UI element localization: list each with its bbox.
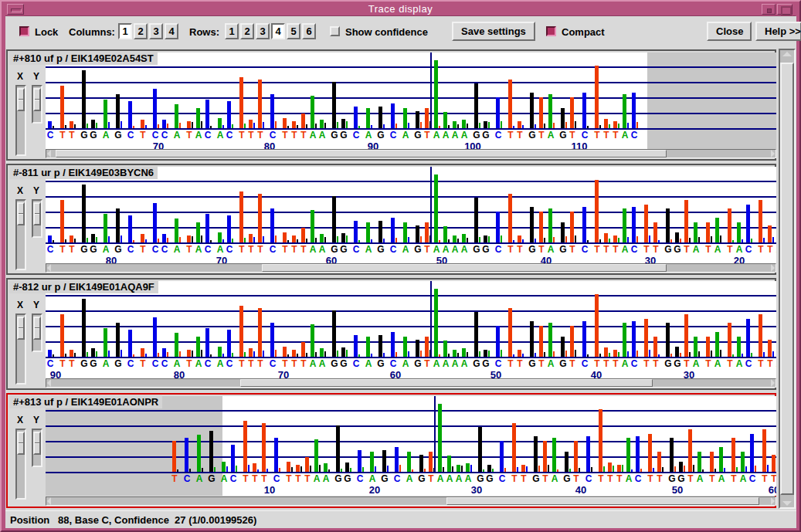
compact-checkbox[interactable] xyxy=(546,26,556,36)
x-scale-slider[interactable] xyxy=(15,199,26,270)
slider-thumb[interactable] xyxy=(33,317,41,340)
trace-hscrollbar[interactable] xyxy=(46,263,776,273)
trace-view[interactable]: CTTGGAGCTCCATACACTTTCTTTAAGGCAGCAGTAAAAG… xyxy=(46,167,776,266)
scroll-right-icon[interactable] xyxy=(771,497,775,505)
base-letter: A xyxy=(694,474,705,484)
rows-button-5[interactable]: 5 xyxy=(287,23,300,39)
y-scale-slider[interactable] xyxy=(32,199,42,238)
base-call-bar xyxy=(320,234,324,242)
noise-bar xyxy=(74,353,76,357)
gridline xyxy=(46,456,776,458)
hscroll-thumb[interactable] xyxy=(446,497,759,505)
scroll-left-icon[interactable] xyxy=(47,264,51,272)
columns-button-1[interactable]: 1 xyxy=(118,23,132,39)
noise-bar xyxy=(565,236,567,242)
base-call-bar xyxy=(70,121,73,128)
base-letter: C xyxy=(351,359,361,369)
columns-button-3[interactable]: 3 xyxy=(149,23,163,39)
scroll-right-icon[interactable] xyxy=(771,379,775,387)
minimize-icon[interactable] xyxy=(762,4,776,15)
columns-button-2[interactable]: 2 xyxy=(134,23,148,39)
noise-bar xyxy=(711,236,712,242)
x-scale-slider[interactable] xyxy=(15,429,26,500)
trace-hscrollbar[interactable] xyxy=(46,149,776,158)
x-scale-slider[interactable] xyxy=(15,313,26,385)
rows-button-6[interactable]: 6 xyxy=(302,23,316,39)
noise-bar xyxy=(244,124,246,128)
base-call-bar xyxy=(595,294,599,357)
noise-bar xyxy=(522,125,524,128)
base-call-bar xyxy=(403,222,407,242)
slider-thumb[interactable] xyxy=(33,432,41,455)
noise-bar xyxy=(467,238,468,242)
base-call-bar xyxy=(354,335,358,357)
base-letter: T xyxy=(650,359,661,369)
rows-button-3[interactable]: 3 xyxy=(256,23,270,39)
scroll-up-icon[interactable] xyxy=(782,52,792,56)
noise-bar xyxy=(300,466,302,472)
noise-bar xyxy=(306,124,307,128)
save-settings-button[interactable]: Save settings xyxy=(452,22,535,41)
base-call-bar xyxy=(434,60,438,128)
trace-view[interactable]: TCAGACTTTCTTTAAGGCAGCAGTAAAAGGCTTGTAGTCT… xyxy=(46,396,776,496)
y-scale-slider[interactable] xyxy=(32,85,42,124)
hscroll-thumb[interactable] xyxy=(262,264,667,272)
x-scale-slider[interactable] xyxy=(15,85,26,156)
base-call-bar xyxy=(768,225,772,242)
noise-bar xyxy=(658,240,660,242)
rows-button-1[interactable]: 1 xyxy=(225,23,239,39)
base-letter: T xyxy=(654,474,665,484)
columns-button-4[interactable]: 4 xyxy=(165,23,178,39)
rows-button-2[interactable]: 2 xyxy=(240,23,254,39)
help-button[interactable]: Help >> xyxy=(755,22,801,41)
slider-thumb[interactable] xyxy=(17,88,25,111)
scroll-right-icon[interactable] xyxy=(771,264,775,272)
scroll-right-icon[interactable] xyxy=(771,150,775,158)
trace-view[interactable]: CTTGGAGCTCCATACACTTTCTTTAAGGCAGCAGTAAAAG… xyxy=(46,53,776,152)
scroll-left-icon[interactable] xyxy=(47,497,51,505)
trace-view[interactable]: CTTGGAGCTCCATACACTTTCTTTAAGGCAGCAGTAAAAG… xyxy=(46,281,776,381)
base-letter: C xyxy=(493,130,504,141)
close-button[interactable]: Close xyxy=(707,22,752,41)
noise-bar xyxy=(287,126,289,128)
hscroll-thumb[interactable] xyxy=(240,379,653,387)
y-scale-slider[interactable] xyxy=(32,313,42,352)
slider-thumb[interactable] xyxy=(17,432,25,455)
show-confidence-checkbox[interactable] xyxy=(330,26,340,36)
trace-panel-2: CTTGGAGCTCCATACACTTTCTTTAAGGCAGCAGTAAAAG… xyxy=(6,164,776,275)
trace-hscrollbar[interactable] xyxy=(46,378,776,388)
base-call-bar xyxy=(728,208,731,242)
slider-thumb[interactable] xyxy=(33,202,41,225)
base-call-bar xyxy=(688,429,692,472)
noise-bar xyxy=(328,469,330,472)
vscroll-thumb[interactable] xyxy=(780,63,794,495)
lock-checkbox[interactable] xyxy=(19,26,29,36)
base-call-bar xyxy=(453,121,457,128)
base-call-bar xyxy=(128,330,132,357)
base-letter: A xyxy=(463,474,473,484)
maximize-icon[interactable] xyxy=(777,4,793,15)
slider-thumb[interactable] xyxy=(17,202,25,225)
slider-thumb[interactable] xyxy=(33,88,41,111)
title-bar[interactable]: Trace display xyxy=(5,2,796,16)
scroll-left-icon[interactable] xyxy=(47,379,51,387)
status-text: Position 88, Base C, Confidence 27 (1/0.… xyxy=(10,514,256,526)
trace-hscrollbar[interactable] xyxy=(46,496,776,506)
noise-bar xyxy=(674,466,676,472)
y-scale-slider[interactable] xyxy=(32,429,42,467)
base-letter: G xyxy=(88,359,99,369)
base-call-bar xyxy=(314,439,318,472)
vertical-scrollbar[interactable] xyxy=(779,49,796,509)
slider-thumb[interactable] xyxy=(17,317,25,340)
base-call-bar xyxy=(604,119,608,128)
base-call-bar xyxy=(666,323,670,357)
base-letter: T xyxy=(567,130,578,141)
position-tick: 10 xyxy=(254,484,285,496)
compact-label: Compact xyxy=(562,26,605,38)
scroll-left-icon[interactable] xyxy=(47,150,51,158)
base-call-bar xyxy=(737,222,741,242)
base-call-bar xyxy=(632,93,636,128)
rows-button-4[interactable]: 4 xyxy=(271,23,285,39)
hscroll-thumb[interactable] xyxy=(56,150,667,158)
scroll-down-icon[interactable] xyxy=(782,501,792,506)
